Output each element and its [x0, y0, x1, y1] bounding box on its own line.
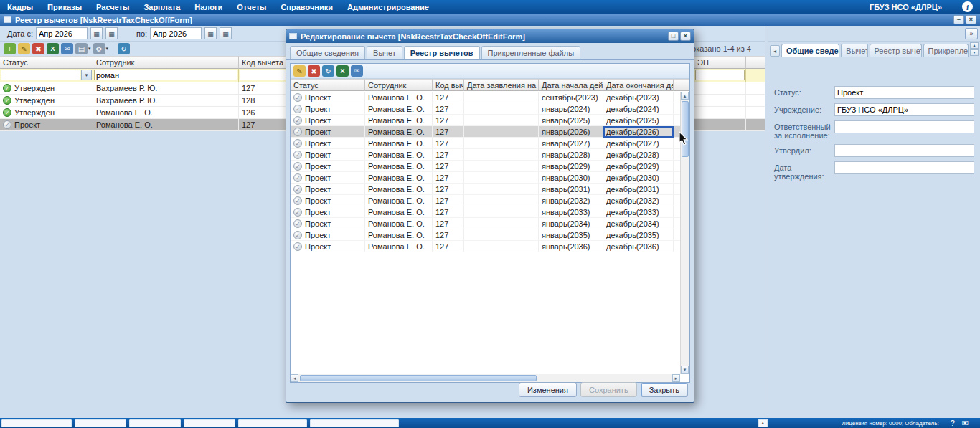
tab-scroll-left-icon[interactable]: ◂ [770, 45, 780, 57]
tab-prikreplennye-fayly[interactable]: Прикрепленные файлы [481, 46, 581, 59]
dialog-title-bar[interactable]: Редактирование вычета [NskReestrTaxCheck… [286, 29, 694, 43]
add-icon[interactable]: + [4, 43, 16, 54]
calendar-icon[interactable]: ▦ [204, 27, 217, 39]
menu-prikazy[interactable]: Приказы [47, 3, 82, 11]
help-icon[interactable]: ? [951, 419, 955, 427]
column-header-application-date[interactable]: Дата заявления на в... [464, 79, 539, 91]
column-header-employee[interactable]: Сотрудник [93, 56, 239, 69]
calendar-picker-icon[interactable]: ▦ [220, 27, 232, 39]
taskbar-item[interactable] [238, 419, 307, 427]
menu-kadry[interactable]: Кадры [7, 3, 33, 11]
approved-by-field[interactable] [834, 144, 974, 157]
scroll-down-icon[interactable]: ▼ [681, 366, 689, 374]
mail-icon[interactable]: ✉ [962, 419, 969, 428]
window-title: Реестр вычетов [NskReestrTaxCheckOffForm… [15, 16, 192, 24]
table-row[interactable]: Проект Романова Е. О. 127 январь(2033) д… [291, 206, 680, 218]
horizontal-scrollbar[interactable]: ◄ ► [291, 374, 680, 382]
tab-obshchie-svedeniya[interactable]: Общие сведения [290, 46, 365, 59]
calendar-picker-icon[interactable]: ▦ [105, 27, 118, 39]
table-row[interactable]: Проект Романова Е. О. 127 январь(2024) д… [291, 103, 680, 115]
save-button[interactable]: Сохранить [580, 382, 637, 397]
maximize-icon[interactable]: □ [668, 32, 679, 41]
column-header-status[interactable]: Статус [0, 56, 93, 69]
status-filter-input[interactable] [1, 70, 80, 80]
tab-vychet[interactable]: Вычет [367, 46, 402, 59]
dialog-toolbar: ✎ ✖ ↻ X ✉ [291, 64, 689, 79]
delete-icon[interactable]: ✖ [32, 43, 44, 54]
taskbar-item[interactable] [184, 419, 235, 427]
table-row[interactable]: Проект Романова Е. О. 127 сентябрь(2023)… [291, 92, 680, 103]
scroll-left-icon[interactable]: ◄ [291, 374, 298, 382]
menu-raschety[interactable]: Расчеты [96, 3, 129, 11]
changes-button[interactable]: Изменения [519, 382, 577, 397]
column-header-ep[interactable]: ЭП [694, 56, 746, 69]
tab-obshchie-svedeniya[interactable]: Общие сведения [781, 44, 839, 57]
taskbar-item[interactable] [75, 419, 126, 427]
tab-prikreplennye[interactable]: Прикрепленн [923, 44, 969, 57]
table-row[interactable]: Проект Романова Е. О. 127 январь(2031) д… [291, 184, 680, 195]
excel-export-icon[interactable]: X [47, 43, 59, 54]
scroll-up-icon[interactable]: ▲ [970, 42, 979, 49]
calendar-icon[interactable]: ▦ [90, 27, 103, 39]
scrollbar-thumb[interactable] [300, 375, 537, 381]
table-row[interactable]: Проект Романова Е. О. 127 январь(2026) д… [291, 126, 680, 138]
column-header-employee[interactable]: Сотрудник [365, 79, 433, 91]
status-field[interactable] [834, 86, 974, 99]
scrollbar-thumb[interactable] [682, 101, 689, 157]
mail-icon[interactable]: ✉ [61, 43, 73, 54]
employee-filter-input[interactable] [94, 70, 237, 80]
collapse-panel-icon[interactable]: » [965, 28, 978, 39]
table-row[interactable]: Проект Романова Е. О. 127 январь(2034) д… [291, 218, 680, 229]
delete-icon[interactable]: ✖ [308, 65, 320, 77]
tab-reestr-vychetov[interactable]: Реестр вычетов [404, 46, 480, 59]
taskbar-item[interactable] [1, 419, 72, 427]
menu-spravochniki[interactable]: Справочники [281, 3, 333, 11]
menu-zarplata[interactable]: Зарплата [143, 3, 180, 11]
close-icon[interactable]: × [966, 15, 976, 24]
close-button[interactable]: Закрыть [641, 382, 688, 397]
date-from-input[interactable] [36, 27, 88, 39]
mail-icon[interactable]: ✉ [351, 65, 363, 77]
table-row[interactable]: Проект Романова Е. О. 127 январь(2025) д… [291, 115, 680, 126]
refresh-icon[interactable]: ↻ [322, 65, 334, 77]
close-icon[interactable]: × [680, 32, 691, 41]
responsible-field[interactable] [834, 120, 974, 133]
date-to-input[interactable] [150, 27, 202, 39]
table-row[interactable]: Проект Романова Е. О. 127 январь(2036) д… [291, 241, 680, 252]
table-row[interactable]: Проект Романова Е. О. 127 январь(2029) д… [291, 161, 680, 172]
tab-reestr-vychetov[interactable]: Реестр вычетов [870, 44, 922, 57]
table-row[interactable]: Проект Романова Е. О. 127 январь(2027) д… [291, 138, 680, 149]
chevron-down-icon[interactable]: ▼ [81, 70, 92, 80]
scroll-right-icon[interactable]: ► [672, 374, 680, 382]
print-menu-button[interactable]: ▤▾ [75, 43, 91, 54]
scroll-up-icon[interactable]: ▲ [681, 92, 689, 100]
edit-icon[interactable]: ✎ [293, 65, 306, 77]
table-row[interactable]: Проект Романова Е. О. 127 январь(2028) д… [291, 149, 680, 161]
column-header-end-date[interactable]: Дата окончания дейс... [603, 79, 674, 91]
taskbar-item[interactable] [310, 419, 399, 427]
details-fields: Статус: Учреждение: Ответственный за исп… [768, 57, 980, 181]
column-header-status[interactable]: Статус [291, 79, 365, 91]
table-row[interactable]: Проект Романова Е. О. 127 январь(2035) д… [291, 229, 680, 241]
menu-otchety[interactable]: Отчеты [237, 3, 266, 11]
approval-date-field[interactable] [834, 161, 974, 174]
scroll-up-icon[interactable]: ▲ [758, 419, 768, 427]
ep-filter-input[interactable] [695, 70, 745, 80]
menu-nalogi[interactable]: Налоги [194, 3, 222, 11]
info-icon[interactable]: i [962, 1, 973, 12]
table-row[interactable]: Проект Романова Е. О. 127 январь(2030) д… [291, 172, 680, 184]
settings-menu-button[interactable]: ⚙▾ [93, 43, 109, 54]
institution-field[interactable] [834, 103, 974, 116]
minimize-icon[interactable]: − [953, 15, 964, 24]
scroll-down-icon[interactable]: ▼ [970, 49, 979, 56]
menu-administrirovanie[interactable]: Администрирование [347, 3, 429, 11]
details-panel-tabs: ◂ Общие сведения Вычет Реестр вычетов Пр… [768, 42, 980, 57]
excel-export-icon[interactable]: X [336, 65, 349, 77]
column-header-code[interactable]: Код выч... [433, 79, 464, 91]
tab-vychet[interactable]: Вычет [841, 44, 867, 57]
table-row[interactable]: Проект Романова Е. О. 127 январь(2032) д… [291, 195, 680, 206]
column-header-start-date[interactable]: Дата начала действия [539, 79, 603, 91]
refresh-icon[interactable]: ↻ [118, 43, 130, 54]
taskbar-item[interactable] [129, 419, 181, 427]
edit-icon[interactable]: ✎ [18, 43, 30, 54]
